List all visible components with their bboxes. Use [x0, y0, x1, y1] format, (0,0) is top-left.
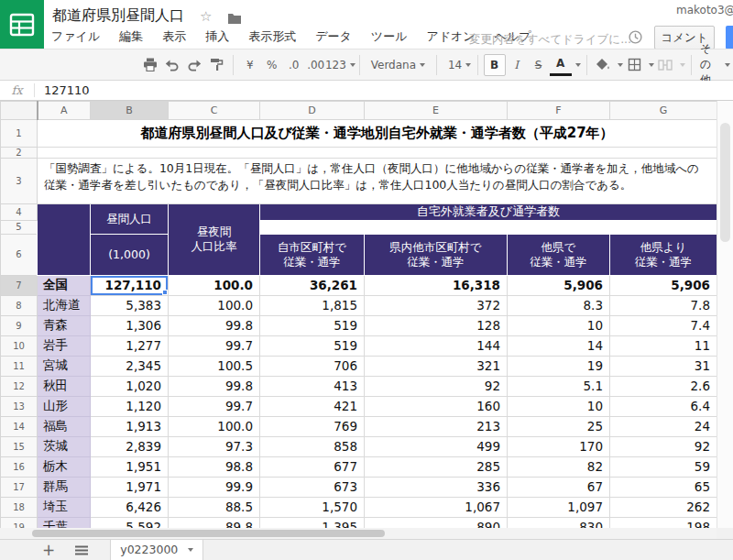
document-title[interactable]: 都道府県別昼間人口 [52, 6, 184, 26]
cell[interactable]: 128 [365, 315, 508, 335]
font-size-select[interactable]: 14 [443, 54, 472, 76]
cell[interactable]: 8.3 [508, 295, 610, 315]
cell[interactable]: 6,426 [91, 497, 169, 517]
share-button[interactable] [726, 26, 733, 49]
cell[interactable]: 1,951 [91, 456, 169, 477]
cell[interactable]: 6.4 [610, 396, 717, 416]
header-cell-sub4[interactable]: 他県より従業・通学 [610, 234, 717, 275]
menu-edit[interactable]: 編集 [119, 28, 143, 45]
cell[interactable]: 5,906 [508, 275, 610, 295]
cell-pref-name[interactable]: 群馬 [38, 477, 91, 497]
horizontal-scrollbar[interactable] [0, 528, 717, 539]
cell[interactable]: 10 [508, 396, 610, 416]
row-header[interactable]: 12 [1, 376, 38, 396]
cell[interactable]: 88.5 [169, 497, 260, 517]
cell[interactable]: 100.5 [169, 356, 260, 376]
cell[interactable]: 10 [508, 315, 610, 335]
cell[interactable]: 285 [365, 456, 508, 477]
cell-pref-name[interactable]: 茨城 [38, 436, 91, 456]
cell[interactable]: 858 [260, 436, 365, 456]
cell[interactable]: 14 [508, 335, 610, 356]
cell[interactable]: 11 [610, 335, 717, 356]
cell[interactable]: 67 [508, 477, 610, 497]
row-header[interactable]: 1 [1, 120, 38, 148]
row-header[interactable]: 3 [1, 159, 38, 204]
cell[interactable]: 92 [365, 376, 508, 396]
cell[interactable]: 82 [508, 456, 610, 477]
cell[interactable]: 19 [508, 356, 610, 376]
cell-pref-name[interactable]: 栃木 [38, 456, 91, 477]
row-header[interactable]: 6 [1, 234, 38, 275]
row-header[interactable]: 18 [1, 497, 38, 517]
column-header-d[interactable]: D [260, 102, 365, 120]
cell[interactable]: 706 [260, 356, 365, 376]
bold-button[interactable]: B [484, 54, 506, 76]
header-cell-sub2[interactable]: 県内他市区町村で従業・通学 [365, 234, 508, 275]
cell-pref-name[interactable]: 千葉 [38, 517, 91, 528]
cell[interactable]: 100.0 [169, 416, 260, 436]
row-header[interactable]: 19 [1, 517, 38, 528]
cell[interactable]: 92 [610, 436, 717, 456]
cell[interactable]: 25 [508, 416, 610, 436]
cell[interactable]: 99.8 [169, 376, 260, 396]
cell[interactable]: 673 [260, 477, 365, 497]
borders-icon[interactable] [623, 54, 645, 76]
cell[interactable]: 1,020 [91, 376, 169, 396]
menu-view[interactable]: 表示 [162, 28, 186, 45]
cell[interactable]: 519 [260, 335, 365, 356]
user-email[interactable]: makoto3@gm [676, 4, 733, 16]
cell[interactable]: 97.3 [169, 436, 260, 456]
cell[interactable]: 59 [610, 456, 717, 477]
header-cell-unit[interactable]: (1,000) [91, 234, 169, 275]
row-header[interactable]: 7 [1, 275, 38, 295]
cell[interactable]: 160 [365, 396, 508, 416]
cell[interactable]: 5,592 [91, 517, 169, 528]
row-header[interactable]: 13 [1, 396, 38, 416]
cell[interactable]: 5,383 [91, 295, 169, 315]
cell[interactable]: 24 [610, 416, 717, 436]
menu-addons[interactable]: アドオン [426, 28, 475, 45]
cell[interactable]: 262 [610, 497, 717, 517]
cell[interactable]: 519 [260, 315, 365, 335]
column-header-a[interactable]: A [38, 102, 91, 120]
cell[interactable]: 5.1 [508, 376, 610, 396]
save-status[interactable]: 変更内容をすべてドライブに... [469, 32, 631, 48]
cell[interactable]: 100.0 [169, 295, 260, 315]
header-cell-daytime-pop[interactable]: 昼間人口 [91, 204, 169, 235]
cell[interactable]: 170 [508, 436, 610, 456]
sheets-logo[interactable] [0, 0, 44, 49]
menu-insert[interactable]: 挿入 [205, 28, 229, 45]
strikethrough-button[interactable]: S [528, 54, 550, 76]
cell[interactable]: 321 [365, 356, 508, 376]
row-header[interactable]: 4 [1, 204, 38, 221]
cell-pref-name[interactable]: 福島 [38, 416, 91, 436]
cell[interactable]: 1,097 [508, 497, 610, 517]
cell[interactable]: 677 [260, 456, 365, 477]
cell[interactable]: 1,570 [260, 497, 365, 517]
more-formats-button[interactable]: 123 [327, 54, 354, 76]
cell-pref-name[interactable]: 宮城 [38, 356, 91, 376]
vertical-scrollbar[interactable] [717, 101, 733, 528]
cell[interactable]: 98.8 [169, 456, 260, 477]
row-header[interactable]: 11 [1, 356, 38, 376]
text-color-button[interactable]: A [550, 54, 572, 76]
undo-icon[interactable] [161, 54, 183, 76]
print-icon[interactable] [139, 54, 161, 76]
column-header-c[interactable]: C [169, 102, 260, 120]
sheet-title-cell[interactable]: 都道府県別昼間人口及び従業・通学地別自宅外就業・通学者数（平成27年） [38, 120, 717, 148]
cell[interactable]: 65 [610, 477, 717, 497]
cell[interactable]: 31 [610, 356, 717, 376]
cell[interactable]: 372 [365, 295, 508, 315]
cell[interactable]: 1,395 [260, 517, 365, 528]
empty-cell[interactable] [38, 148, 717, 159]
cell[interactable]: 2,839 [91, 436, 169, 456]
column-header-g[interactable]: G [610, 102, 717, 120]
note-cell[interactable]: 「国勢調査」による。10月1日現在。「昼間人口」は，常住人口（夜間人口）に他地域… [38, 159, 717, 204]
more-toolbar-button[interactable]: その他 [697, 54, 733, 76]
row-header[interactable]: 8 [1, 295, 38, 315]
cell[interactable]: 769 [260, 416, 365, 436]
cell-pref-name[interactable]: 青森 [38, 315, 91, 335]
menu-tools[interactable]: ツール [371, 28, 408, 45]
cell[interactable]: 413 [260, 376, 365, 396]
cell[interactable]: 99.8 [169, 315, 260, 335]
